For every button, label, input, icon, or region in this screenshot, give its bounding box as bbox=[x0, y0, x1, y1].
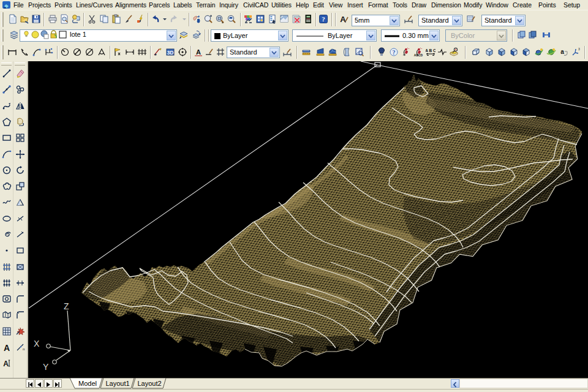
svg-text:Z: Z bbox=[64, 301, 69, 311]
svg-text:A: A bbox=[4, 343, 10, 353]
svg-text:a: a bbox=[560, 48, 564, 55]
svg-text:3D: 3D bbox=[167, 50, 174, 56]
svg-text:A: A bbox=[3, 360, 9, 368]
svg-text:Layout2: Layout2 bbox=[137, 380, 161, 387]
svg-text:Model: Model bbox=[78, 380, 97, 387]
svg-text:n: n bbox=[23, 347, 24, 351]
svg-text:3: 3 bbox=[578, 47, 580, 51]
svg-text:?: ? bbox=[322, 15, 325, 23]
svg-text:?: ? bbox=[393, 49, 396, 56]
svg-text:ABCD: ABCD bbox=[414, 53, 423, 57]
svg-text:Layout1: Layout1 bbox=[105, 380, 129, 387]
svg-text:A: A bbox=[196, 48, 201, 56]
svg-text:X: X bbox=[34, 339, 40, 349]
svg-text:A B C: A B C bbox=[426, 48, 435, 53]
svg-text:Y: Y bbox=[43, 362, 49, 372]
